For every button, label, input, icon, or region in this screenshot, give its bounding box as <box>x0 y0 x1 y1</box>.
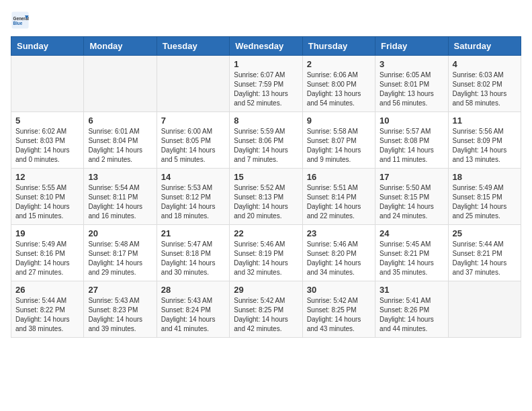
calendar-table: SundayMondayTuesdayWednesdayThursdayFrid… <box>11 36 521 338</box>
day-info: Sunrise: 5:53 AM Sunset: 8:12 PM Dayligh… <box>161 183 225 221</box>
day-info: Sunrise: 5:41 AM Sunset: 8:26 PM Dayligh… <box>380 296 443 334</box>
calendar-cell: 5Sunrise: 6:02 AM Sunset: 8:03 PM Daylig… <box>11 112 84 169</box>
day-number: 13 <box>88 172 152 182</box>
day-info: Sunrise: 5:56 AM Sunset: 8:09 PM Dayligh… <box>453 127 517 165</box>
day-info: Sunrise: 5:57 AM Sunset: 8:08 PM Dayligh… <box>380 127 443 165</box>
calendar-cell <box>157 56 229 112</box>
calendar-cell: 1Sunrise: 6:07 AM Sunset: 7:59 PM Daylig… <box>230 56 302 112</box>
calendar-week-row: 26Sunrise: 5:44 AM Sunset: 8:22 PM Dayli… <box>11 281 521 338</box>
day-info: Sunrise: 6:00 AM Sunset: 8:05 PM Dayligh… <box>161 127 225 165</box>
calendar-cell: 28Sunrise: 5:43 AM Sunset: 8:24 PM Dayli… <box>157 281 229 338</box>
day-info: Sunrise: 5:43 AM Sunset: 8:23 PM Dayligh… <box>88 296 152 334</box>
column-header-wednesday: Wednesday <box>230 37 302 56</box>
calendar-cell: 29Sunrise: 5:42 AM Sunset: 8:25 PM Dayli… <box>230 281 302 338</box>
day-number: 30 <box>307 285 371 295</box>
calendar-cell: 7Sunrise: 6:00 AM Sunset: 8:05 PM Daylig… <box>157 112 229 169</box>
day-info: Sunrise: 6:01 AM Sunset: 8:04 PM Dayligh… <box>88 127 152 165</box>
calendar-cell: 17Sunrise: 5:50 AM Sunset: 8:15 PM Dayli… <box>375 169 448 225</box>
day-info: Sunrise: 5:58 AM Sunset: 8:07 PM Dayligh… <box>307 127 371 165</box>
calendar-cell: 24Sunrise: 5:45 AM Sunset: 8:21 PM Dayli… <box>375 225 448 281</box>
calendar-cell: 22Sunrise: 5:46 AM Sunset: 8:19 PM Dayli… <box>230 225 302 281</box>
day-info: Sunrise: 5:49 AM Sunset: 8:15 PM Dayligh… <box>453 183 517 221</box>
day-info: Sunrise: 5:44 AM Sunset: 8:21 PM Dayligh… <box>453 240 517 277</box>
day-number: 19 <box>15 228 79 238</box>
page-header: General Blue <box>11 11 521 30</box>
day-info: Sunrise: 5:55 AM Sunset: 8:10 PM Dayligh… <box>15 183 79 221</box>
logo: General Blue <box>11 11 30 30</box>
calendar-cell: 14Sunrise: 5:53 AM Sunset: 8:12 PM Dayli… <box>157 169 229 225</box>
column-header-monday: Monday <box>84 37 157 56</box>
day-number: 14 <box>161 172 225 182</box>
calendar-cell: 15Sunrise: 5:52 AM Sunset: 8:13 PM Dayli… <box>230 169 302 225</box>
day-number: 25 <box>453 228 517 238</box>
day-number: 28 <box>161 285 225 295</box>
calendar-cell: 19Sunrise: 5:49 AM Sunset: 8:16 PM Dayli… <box>11 225 84 281</box>
calendar-cell: 20Sunrise: 5:48 AM Sunset: 8:17 PM Dayli… <box>84 225 157 281</box>
day-info: Sunrise: 5:45 AM Sunset: 8:21 PM Dayligh… <box>380 240 443 277</box>
day-info: Sunrise: 6:06 AM Sunset: 8:00 PM Dayligh… <box>307 71 371 108</box>
calendar-cell <box>448 281 521 338</box>
day-number: 24 <box>380 228 443 238</box>
day-number: 1 <box>234 59 298 69</box>
day-info: Sunrise: 5:59 AM Sunset: 8:06 PM Dayligh… <box>234 127 298 165</box>
calendar-cell: 30Sunrise: 5:42 AM Sunset: 8:25 PM Dayli… <box>302 281 375 338</box>
svg-text:Blue: Blue <box>13 21 23 26</box>
column-header-friday: Friday <box>375 37 448 56</box>
day-info: Sunrise: 6:02 AM Sunset: 8:03 PM Dayligh… <box>15 127 79 165</box>
day-number: 17 <box>380 172 443 182</box>
day-info: Sunrise: 5:51 AM Sunset: 8:14 PM Dayligh… <box>307 183 371 221</box>
calendar-cell: 27Sunrise: 5:43 AM Sunset: 8:23 PM Dayli… <box>84 281 157 338</box>
calendar-week-row: 1Sunrise: 6:07 AM Sunset: 7:59 PM Daylig… <box>11 56 521 112</box>
column-header-sunday: Sunday <box>11 37 84 56</box>
calendar-cell: 2Sunrise: 6:06 AM Sunset: 8:00 PM Daylig… <box>302 56 375 112</box>
day-info: Sunrise: 6:05 AM Sunset: 8:01 PM Dayligh… <box>380 71 443 108</box>
day-number: 8 <box>234 116 298 126</box>
day-info: Sunrise: 5:54 AM Sunset: 8:11 PM Dayligh… <box>88 183 152 221</box>
calendar-cell: 10Sunrise: 5:57 AM Sunset: 8:08 PM Dayli… <box>375 112 448 169</box>
calendar-cell <box>84 56 157 112</box>
calendar-cell: 4Sunrise: 6:03 AM Sunset: 8:02 PM Daylig… <box>448 56 521 112</box>
day-number: 31 <box>380 285 443 295</box>
day-info: Sunrise: 5:47 AM Sunset: 8:18 PM Dayligh… <box>161 240 225 277</box>
day-info: Sunrise: 5:52 AM Sunset: 8:13 PM Dayligh… <box>234 183 298 221</box>
column-header-saturday: Saturday <box>448 37 521 56</box>
day-number: 26 <box>15 285 79 295</box>
day-info: Sunrise: 5:50 AM Sunset: 8:15 PM Dayligh… <box>380 183 443 221</box>
day-number: 20 <box>88 228 152 238</box>
day-info: Sunrise: 6:03 AM Sunset: 8:02 PM Dayligh… <box>453 71 517 108</box>
day-number: 9 <box>307 116 371 126</box>
calendar-cell: 9Sunrise: 5:58 AM Sunset: 8:07 PM Daylig… <box>302 112 375 169</box>
calendar-cell: 18Sunrise: 5:49 AM Sunset: 8:15 PM Dayli… <box>448 169 521 225</box>
column-header-thursday: Thursday <box>302 37 375 56</box>
day-info: Sunrise: 5:44 AM Sunset: 8:22 PM Dayligh… <box>15 296 79 334</box>
day-number: 23 <box>307 228 371 238</box>
calendar-week-row: 19Sunrise: 5:49 AM Sunset: 8:16 PM Dayli… <box>11 225 521 281</box>
day-info: Sunrise: 5:43 AM Sunset: 8:24 PM Dayligh… <box>161 296 225 334</box>
day-number: 11 <box>453 116 517 126</box>
day-info: Sunrise: 5:46 AM Sunset: 8:19 PM Dayligh… <box>234 240 298 277</box>
day-number: 21 <box>161 228 225 238</box>
day-number: 6 <box>88 116 152 126</box>
day-info: Sunrise: 5:46 AM Sunset: 8:20 PM Dayligh… <box>307 240 371 277</box>
day-number: 12 <box>15 172 79 182</box>
calendar-cell: 25Sunrise: 5:44 AM Sunset: 8:21 PM Dayli… <box>448 225 521 281</box>
day-number: 15 <box>234 172 298 182</box>
calendar-week-row: 5Sunrise: 6:02 AM Sunset: 8:03 PM Daylig… <box>11 112 521 169</box>
calendar-cell: 11Sunrise: 5:56 AM Sunset: 8:09 PM Dayli… <box>448 112 521 169</box>
calendar-cell: 12Sunrise: 5:55 AM Sunset: 8:10 PM Dayli… <box>11 169 84 225</box>
calendar-cell: 3Sunrise: 6:05 AM Sunset: 8:01 PM Daylig… <box>375 56 448 112</box>
calendar-cell: 16Sunrise: 5:51 AM Sunset: 8:14 PM Dayli… <box>302 169 375 225</box>
day-info: Sunrise: 5:49 AM Sunset: 8:16 PM Dayligh… <box>15 240 79 277</box>
day-number: 7 <box>161 116 225 126</box>
day-number: 16 <box>307 172 371 182</box>
day-info: Sunrise: 5:48 AM Sunset: 8:17 PM Dayligh… <box>88 240 152 277</box>
column-header-tuesday: Tuesday <box>157 37 229 56</box>
day-number: 22 <box>234 228 298 238</box>
day-number: 2 <box>307 59 371 69</box>
day-number: 27 <box>88 285 152 295</box>
calendar-cell: 6Sunrise: 6:01 AM Sunset: 8:04 PM Daylig… <box>84 112 157 169</box>
day-number: 10 <box>380 116 443 126</box>
day-number: 5 <box>15 116 79 126</box>
day-info: Sunrise: 5:42 AM Sunset: 8:25 PM Dayligh… <box>234 296 298 334</box>
calendar-cell: 26Sunrise: 5:44 AM Sunset: 8:22 PM Dayli… <box>11 281 84 338</box>
